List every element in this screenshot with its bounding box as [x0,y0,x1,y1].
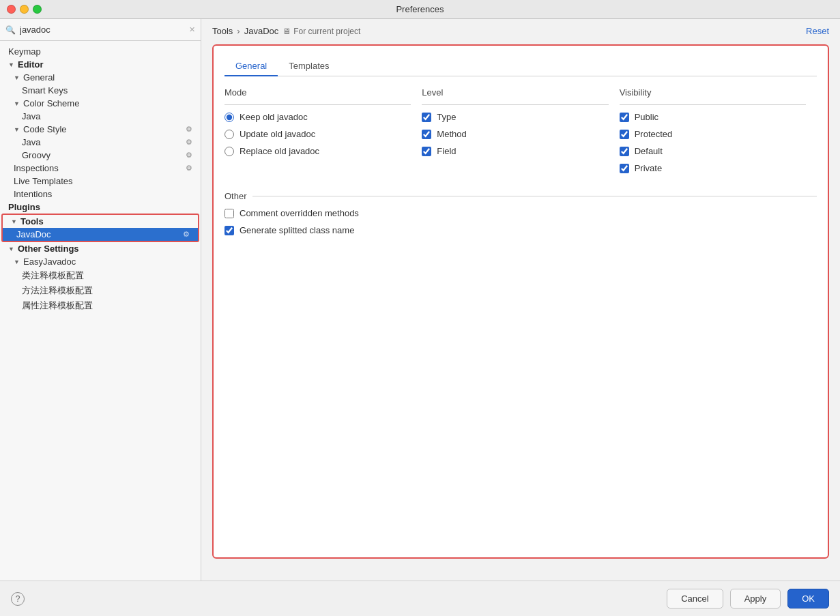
search-icon: 🔍 [5,25,16,35]
javadoc-icon: ⚙ [183,230,192,239]
ok-button[interactable]: OK [787,589,829,608]
help-icon[interactable]: ? [11,592,25,606]
sidebar-item-method-template[interactable]: 方法注释模板配置 [0,283,201,298]
sidebar-item-inspections[interactable]: Inspections ⚙ [0,162,201,175]
code-java-icon: ⚙ [186,138,195,147]
other-label: Other [225,191,247,201]
property-template-label: 属性注释模板配置 [22,299,93,312]
visibility-header: Visibility [620,87,806,105]
search-bar[interactable]: 🔍 ✕ [0,19,201,41]
sidebar-item-javadoc[interactable]: JavaDoc ⚙ [3,228,198,241]
tools-group: ▼ Tools JavaDoc ⚙ [1,214,199,242]
level-field-label: Field [437,146,456,156]
sidebar-item-plugins[interactable]: Plugins [0,201,201,214]
other-comment-overridden-check[interactable] [225,209,234,218]
editor-label: Editor [18,59,44,70]
sidebar-item-code-style[interactable]: ▼ Code Style ⚙ [0,123,201,136]
sidebar-item-code-groovy[interactable]: Groovy ⚙ [0,149,201,162]
smart-keys-label: Smart Keys [22,85,68,96]
settings-box: General Templates Mode Keep old javadoc [212,44,829,559]
sidebar-item-intentions[interactable]: Intentions [0,188,201,201]
visibility-protected-check[interactable] [620,130,629,139]
visibility-private-check[interactable] [620,164,629,173]
sidebar-item-tools[interactable]: ▼ Tools [3,215,198,228]
settings-content: General Templates Mode Keep old javadoc [201,36,840,581]
main-header: Tools › JavaDoc 🖥 For current project Re… [201,19,840,36]
project-icon: 🖥 [283,27,291,36]
javadoc-label: JavaDoc [16,229,51,239]
mode-keep: Keep old javadoc [225,112,411,122]
breadcrumb-parent: Tools [212,26,233,36]
tools-label: Tools [20,216,44,226]
search-input[interactable] [20,25,185,35]
sidebar-item-class-template[interactable]: 类注释模板配置 [0,268,201,283]
footer-buttons: Cancel Apply OK [667,589,829,608]
editor-triangle: ▼ [8,61,15,68]
other-generate-splitted-check[interactable] [225,226,234,235]
level-type-label: Type [437,112,456,122]
color-java-label: Java [22,111,40,121]
intentions-label: Intentions [14,189,52,199]
search-clear-icon[interactable]: ✕ [189,25,195,34]
color-scheme-triangle: ▼ [14,100,20,107]
level-type-check[interactable] [422,113,431,122]
other-settings-triangle: ▼ [8,246,15,252]
minimize-button[interactable] [20,5,29,14]
general-triangle: ▼ [14,74,20,81]
easy-javadoc-triangle: ▼ [14,259,20,265]
breadcrumb: Tools › JavaDoc 🖥 For current project [212,26,360,36]
sidebar-item-easy-javadoc[interactable]: ▼ EasyJavadoc [0,255,201,268]
sidebar-item-editor[interactable]: ▼ Editor [0,58,201,71]
settings-grid: Mode Keep old javadoc Update old javadoc [225,87,817,180]
sidebar-item-smart-keys[interactable]: Smart Keys [0,84,201,97]
sidebar-item-color-java[interactable]: Java [0,110,201,123]
close-button[interactable] [7,5,16,14]
code-style-triangle: ▼ [14,126,20,133]
visibility-private-label: Private [635,163,662,173]
level-method: Method [422,129,608,139]
window-title: Preferences [396,4,444,14]
sidebar-item-other-settings[interactable]: ▼ Other Settings [0,242,201,255]
tab-templates[interactable]: Templates [278,57,340,76]
main-panel: Tools › JavaDoc 🖥 For current project Re… [201,19,840,581]
breadcrumb-current: JavaDoc [244,26,279,36]
visibility-protected: Protected [620,129,806,139]
mode-keep-radio[interactable] [225,113,234,122]
code-groovy-label: Groovy [22,150,50,160]
visibility-default-check[interactable] [620,147,629,156]
tab-general[interactable]: General [225,57,278,76]
sidebar-item-live-templates[interactable]: Live Templates [0,175,201,188]
mode-header: Mode [225,87,411,105]
sidebar-item-general[interactable]: ▼ General [0,71,201,84]
visibility-public-check[interactable] [620,113,629,122]
mode-replace-radio[interactable] [225,147,234,156]
for-project-label: 🖥 For current project [283,27,360,36]
apply-button[interactable]: Apply [730,589,781,608]
sidebar-item-color-scheme[interactable]: ▼ Color Scheme [0,97,201,110]
sidebar-item-keymap[interactable]: Keymap [0,45,201,58]
sidebar-item-property-template[interactable]: 属性注释模板配置 [0,298,201,313]
sidebar-item-code-java[interactable]: Java ⚙ [0,136,201,149]
other-header: Other [225,191,817,201]
other-section: Other Comment overridden methods Generat… [225,191,817,235]
visibility-column: Visibility Public Protected [620,87,817,180]
level-field-check[interactable] [422,147,431,156]
reset-link[interactable]: Reset [806,26,829,36]
maximize-button[interactable] [33,5,42,14]
mode-update: Update old javadoc [225,129,411,139]
tools-triangle: ▼ [11,218,18,225]
titlebar: Preferences [0,0,840,19]
visibility-default: Default [620,146,806,156]
visibility-default-label: Default [635,146,663,156]
mode-update-radio[interactable] [225,130,234,139]
other-settings-label: Other Settings [18,244,79,254]
cancel-button[interactable]: Cancel [667,589,723,608]
level-type: Type [422,112,608,122]
level-method-check[interactable] [422,130,431,139]
inspections-label: Inspections [14,163,59,173]
other-generate-splitted-label: Generate splitted class name [240,225,354,235]
mode-replace: Replace old javadoc [225,146,411,156]
code-groovy-icon: ⚙ [186,151,195,160]
keymap-label: Keymap [8,46,41,57]
main-content: 🔍 ✕ Keymap ▼ Editor ▼ General [0,19,840,581]
